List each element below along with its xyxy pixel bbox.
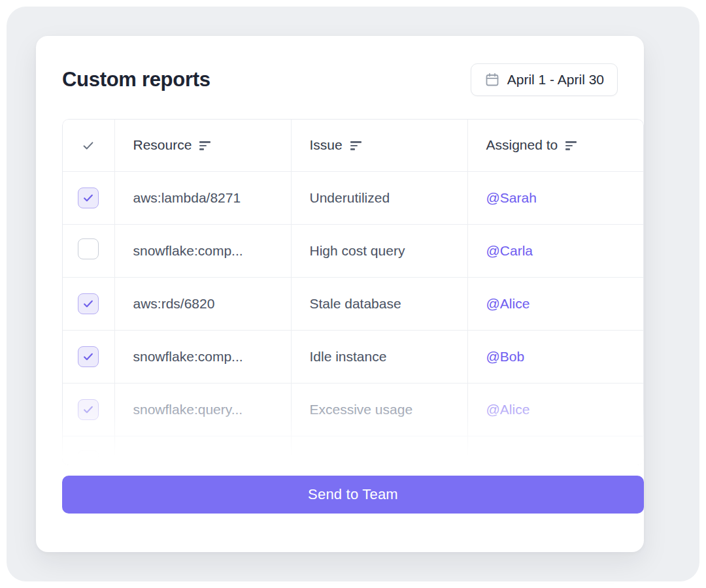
issue-cell: High cost query (291, 224, 467, 277)
issue-cell (291, 436, 467, 465)
assignee-mention[interactable]: @Bob (486, 349, 525, 364)
issue-cell: Underutilized (291, 171, 467, 224)
sort-icon (350, 141, 361, 150)
table-row: snowflake:query... Excessive usage @Alic… (62, 383, 644, 436)
table-header-row: Resource Issue Assigned to (62, 119, 644, 171)
assignee-mention[interactable]: @Alice (486, 402, 530, 417)
check-icon (81, 139, 95, 153)
sort-icon (565, 141, 577, 150)
reports-table: Resource Issue Assigned to (62, 119, 644, 465)
resource-cell: snowflake:comp... (114, 330, 291, 383)
date-range-button[interactable]: April 1 - April 30 (471, 63, 618, 96)
resource-cell: aws:rds/6820 (114, 277, 291, 330)
table-row-partial (62, 436, 644, 465)
column-header-resource[interactable]: Resource (114, 119, 291, 171)
row-checkbox[interactable] (78, 346, 99, 367)
row-checkbox[interactable] (78, 238, 99, 259)
sort-icon (199, 141, 210, 150)
send-to-team-button[interactable]: Send to Team (62, 476, 644, 514)
issue-cell: Stale database (291, 277, 467, 330)
row-checkbox[interactable] (78, 399, 99, 420)
table-row: aws:rds/6820 Stale database @Alice (62, 277, 644, 330)
issue-cell: Idle instance (291, 330, 467, 383)
column-header-issue[interactable]: Issue (291, 119, 467, 171)
table-row: snowflake:comp... Idle instance @Bob (62, 330, 644, 383)
assignee-mention[interactable]: @Carla (486, 243, 533, 258)
card-header: Custom reports April 1 - April 30 (36, 36, 644, 96)
select-all-header[interactable] (62, 119, 114, 171)
page-title: Custom reports (62, 68, 210, 91)
calendar-icon (484, 72, 500, 88)
resource-cell: snowflake:comp... (114, 224, 291, 277)
row-checkbox[interactable] (78, 293, 99, 314)
resource-cell: snowflake:query... (114, 383, 291, 436)
assignee-mention[interactable]: @Alice (486, 296, 530, 311)
column-header-assigned-to[interactable]: Assigned to (467, 119, 644, 171)
row-checkbox[interactable] (78, 450, 99, 465)
resource-cell: aws:lambda/8271 (114, 171, 291, 224)
resource-cell (114, 436, 291, 465)
assignee-mention[interactable]: @Sarah (486, 190, 537, 205)
custom-reports-card: Custom reports April 1 - April 30 (36, 36, 644, 552)
row-checkbox[interactable] (78, 188, 99, 208)
date-range-label: April 1 - April 30 (507, 72, 604, 88)
issue-cell: Excessive usage (291, 383, 467, 436)
assignee-cell (467, 436, 644, 465)
table-row: snowflake:comp... High cost query @Carla (62, 224, 644, 277)
table-row: aws:lambda/8271 Underutilized @Sarah (62, 171, 644, 224)
